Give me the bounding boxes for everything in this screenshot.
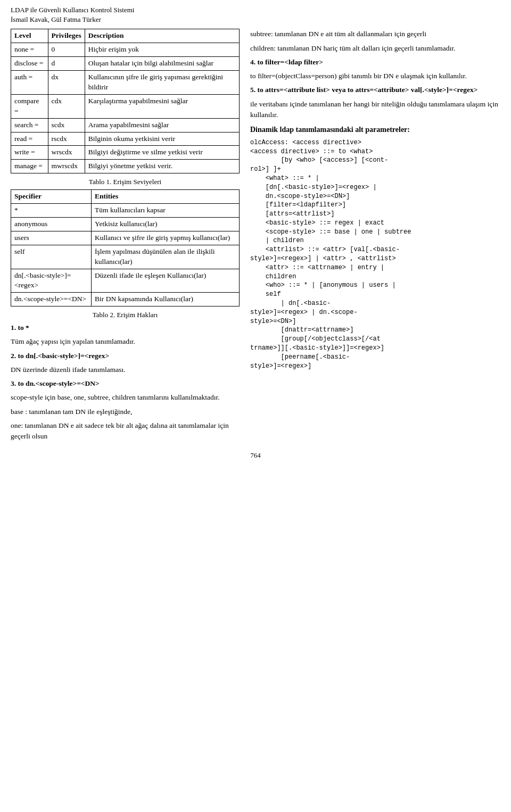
left-body-text: 1. to * Tüm ağaç yapısı için yapılan tan… xyxy=(11,322,240,442)
table-row: dn.<scope-style>=<DN>Bir DN kapsamında K… xyxy=(11,293,240,306)
dynamic-heading: Dinamik ldap tanımlamasındaki alt parame… xyxy=(250,125,500,135)
table1-col-level: Level xyxy=(11,29,48,43)
table1-col-description: Description xyxy=(85,29,239,43)
table2: Specifier Entities *Tüm kullanıcıları ka… xyxy=(11,189,240,306)
table-row: usersKullanıcı ve şifre ile giriş yapmış… xyxy=(11,231,240,245)
item4-heading: 4. to filter=<ldap filter> xyxy=(250,58,323,66)
page-number: 764 xyxy=(11,451,500,460)
item5-heading: 5. to attrs=<attribute list> veya to att… xyxy=(250,86,477,94)
right-column: subtree: tanımlanan DN e ait tüm alt dal… xyxy=(250,29,500,446)
item1-text: Tüm ağaç yapısı için yapılan tanımlamadı… xyxy=(11,336,240,347)
item5-text: one: tanımlanan DN e ait sadece tek bir … xyxy=(11,420,240,442)
table1-col-privileges: Privileges xyxy=(48,29,85,43)
table-row: read =rscdxBilginin okuma yetkisini veri… xyxy=(11,132,240,146)
item3-heading: 3. to dn.<scope-style>=<DN> xyxy=(11,379,100,387)
item4-text: base : tanımlanan tam DN ile eşleştiğind… xyxy=(11,407,240,417)
table-row: search =scdxArama yapabilmesini sağlar xyxy=(11,118,240,132)
item2-text: DN üzerinde düzenli ifade tanımlaması. xyxy=(11,364,240,375)
table2-caption: Tablo 2. Erişim Hakları xyxy=(11,311,240,319)
item1-heading: 1. to * xyxy=(11,324,29,332)
table-row: auth =dxKullanıcının şifre ile giriş yap… xyxy=(11,71,240,95)
item4-body: to filter=(objectClass=person) gibi tanı… xyxy=(250,71,500,81)
table1: Level Privileges Description none =0Hiçb… xyxy=(11,29,240,173)
table-row: none =0Hiçbir erişim yok xyxy=(11,43,240,57)
header-line1: LDAP ile Güvenli Kullanıcı Kontrol Siste… xyxy=(11,5,500,15)
table-row: write =wrscdxBilgiyi değiştirme ve silme… xyxy=(11,146,240,160)
right-para1: subtree: tanımlanan DN e ait tüm alt dal… xyxy=(250,29,500,39)
table-row: disclose =dOluşan hatalar için bilgi ala… xyxy=(11,57,240,71)
right-para2: children: tanımlanan DN hariç tüm alt da… xyxy=(250,43,500,54)
item2-heading: 2. to dn[.<basic-style>]=<regex> xyxy=(11,352,109,360)
item3-text: scope-style için base, one, subtree, chi… xyxy=(11,392,240,403)
right-body-text: subtree: tanımlanan DN e ait tüm alt dal… xyxy=(250,29,500,370)
table-row: compare =cdxKarşılaştırma yapabilmesini … xyxy=(11,94,240,118)
document-header: LDAP ile Güvenli Kullanıcı Kontrol Siste… xyxy=(11,5,500,24)
header-line2: İsmail Kavak, Gül Fatma Türker xyxy=(11,15,500,24)
table-row: dn[.<basic-style>]=<regex>Düzenli ifade … xyxy=(11,269,240,293)
table2-col-entities: Entities xyxy=(92,190,240,204)
item5-body: ile veritabanı içinde tanımlanan her han… xyxy=(250,99,500,121)
table-row: anonymousYetkisiz kullanıcı(lar) xyxy=(11,217,240,231)
table2-col-specifier: Specifier xyxy=(11,190,92,204)
table1-caption: Tablo 1. Erişim Seviyeleri xyxy=(11,178,240,186)
table-row: *Tüm kullanıcıları kapsar xyxy=(11,204,240,218)
left-column: Level Privileges Description none =0Hiçb… xyxy=(11,29,240,446)
table-row: manage =mwrscdxBilgiyi yönetme yetkisi v… xyxy=(11,160,240,173)
code-block: olcAccess: <access directive> <access di… xyxy=(250,138,500,371)
table-row: selfİşlem yapılması düşünülen alan ile i… xyxy=(11,245,240,269)
